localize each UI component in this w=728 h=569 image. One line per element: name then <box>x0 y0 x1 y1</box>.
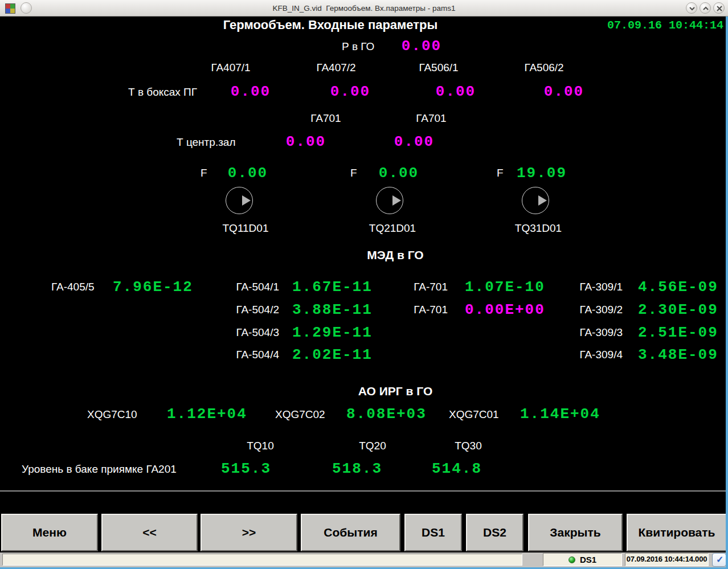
app-icon <box>5 3 15 14</box>
med-ga405-label: ГА-405/5 <box>51 281 95 293</box>
pump-symbol-tq11d01[interactable] <box>226 187 253 214</box>
thall-header-1: ГА701 <box>292 112 360 125</box>
ds1-button[interactable]: DS1 <box>404 514 462 551</box>
thall-header-2: ГА701 <box>397 112 465 125</box>
window-edge-right <box>726 17 728 567</box>
ds1-status-indicator: DS1 <box>543 553 622 566</box>
chevron-up-icon <box>702 5 709 12</box>
med-ga309-label-1: ГА-309/1 <box>572 281 623 293</box>
check-button[interactable]: ✓ <box>712 553 726 567</box>
med-ga309-value-2: 2.30E-09 <box>638 301 718 318</box>
status-timestamp: 07.09.2016 10:44:14.000 <box>625 553 709 566</box>
level-header-3: TQ30 <box>434 440 502 452</box>
pressure-label: Р в ГО <box>342 40 374 53</box>
page-back-button[interactable]: << <box>101 514 198 551</box>
close-icon <box>716 5 723 12</box>
ds2-button[interactable]: DS2 <box>466 514 523 551</box>
close-button[interactable] <box>713 2 725 14</box>
tbox-label: Т в боксах ПГ <box>128 86 197 99</box>
pump-tag-1: TQ11D01 <box>211 222 280 235</box>
pump-arrow-icon <box>538 195 547 206</box>
app-window: KFB_IN_G.vid Гермообъем. Вх.параметры - … <box>0 0 728 569</box>
chevron-down-icon <box>689 5 696 12</box>
level-header-2: TQ20 <box>338 440 407 452</box>
med-ga309-value-1: 4.56E-09 <box>638 279 718 296</box>
page-title: Гермообъем. Входные параметры <box>171 18 490 32</box>
flow-f-label-3: F <box>497 167 504 179</box>
checkmark-icon: ✓ <box>716 555 723 564</box>
pump-symbol-tq21d01[interactable] <box>376 187 403 214</box>
separator-line <box>0 490 726 492</box>
irg-value-2: 8.08E+03 <box>346 406 427 423</box>
window-menu-button[interactable] <box>21 2 32 14</box>
flow-f-label-2: F <box>350 167 357 179</box>
window-title: KFB_IN_G.vid Гермообъем. Вх.параметры - … <box>114 0 614 17</box>
maximize-button[interactable] <box>700 2 711 14</box>
acknowledge-button[interactable]: Квитировать <box>627 514 727 551</box>
med-ga309-value-3: 2.51E-09 <box>638 324 718 341</box>
tbox-header-2: ГА407/2 <box>302 62 370 74</box>
pump-symbol-tq31d01[interactable] <box>522 187 549 214</box>
flow-value-3: 19.09 <box>505 165 579 182</box>
thall-value-2: 0.00 <box>380 133 448 150</box>
tbox-header-4: ГА506/2 <box>510 62 578 74</box>
level-label: Уровень в баке приямке ГА201 <box>22 463 177 476</box>
toolbar: Меню << >> События DS1 DS2 Закрыть Квити… <box>0 513 728 552</box>
level-value-2: 518.3 <box>323 460 391 477</box>
pump-tag-3: TQ31D01 <box>504 222 572 235</box>
thall-label: Т центр.зал <box>177 136 236 149</box>
med-ga701-label-2: ГА-701 <box>410 304 448 316</box>
level-header-1: TQ10 <box>226 440 295 452</box>
med-section-title: МЭД в ГО <box>338 248 452 262</box>
med-ga701-value-2: 0.00E+00 <box>465 301 545 318</box>
irg-label-1: XQG7C10 <box>87 408 137 421</box>
med-ga504-label-2: ГА-504/2 <box>219 304 279 316</box>
thall-value-1: 0.00 <box>272 133 340 150</box>
med-ga504-value-2: 3.88E-11 <box>292 301 373 318</box>
med-ga309-label-4: ГА-309/4 <box>572 349 623 361</box>
flow-value-1: 0.00 <box>214 165 282 182</box>
green-led-icon <box>569 556 575 563</box>
med-ga405-value: 7.96E-12 <box>113 279 193 296</box>
pump-tag-2: TQ21D01 <box>358 222 427 235</box>
minimize-button[interactable] <box>686 2 697 14</box>
pump-arrow-icon <box>392 195 401 206</box>
pressure-value: 0.00 <box>399 38 444 55</box>
page-forward-button[interactable]: >> <box>201 514 297 551</box>
med-ga504-value-1: 1.67E-11 <box>292 279 373 296</box>
med-ga309-label-2: ГА-309/2 <box>572 304 623 316</box>
med-ga701-label-1: ГА-701 <box>410 281 448 293</box>
irg-label-3: XQG7C01 <box>449 408 499 421</box>
statusbar: DS1 07.09.2016 10:44:14.000 ✓ <box>0 552 728 567</box>
titlebar: KFB_IN_G.vid Гермообъем. Вх.параметры - … <box>0 0 728 17</box>
tbox-value-4: 0.00 <box>530 83 598 100</box>
ds1-status-label: DS1 <box>580 555 596 564</box>
med-ga504-label-3: ГА-504/3 <box>219 326 279 339</box>
tbox-header-3: ГА506/1 <box>404 62 473 74</box>
tbox-value-3: 0.00 <box>422 83 490 100</box>
flow-f-label-1: F <box>201 167 207 179</box>
events-button[interactable]: События <box>301 514 400 551</box>
irg-value-3: 1.14E+04 <box>520 406 600 423</box>
tbox-value-2: 0.00 <box>316 83 385 100</box>
med-ga504-label-1: ГА-504/1 <box>219 281 279 293</box>
med-ga504-label-4: ГА-504/4 <box>219 349 279 361</box>
irg-label-2: XQG7C02 <box>275 408 325 421</box>
irg-value-1: 1.12E+04 <box>167 406 247 423</box>
med-ga504-value-3: 1.29E-11 <box>292 324 373 341</box>
med-ga504-value-4: 2.02E-11 <box>292 346 373 363</box>
status-message-field <box>2 554 522 566</box>
menu-button[interactable]: Меню <box>1 514 98 551</box>
flow-value-2: 0.00 <box>365 165 433 182</box>
med-ga309-label-3: ГА-309/3 <box>572 326 623 339</box>
med-ga309-value-4: 3.48E-09 <box>638 346 718 363</box>
header-datetime: 07.09.16 10:44:14 <box>592 19 723 32</box>
tbox-header-1: ГА407/1 <box>197 62 265 74</box>
tbox-value-1: 0.00 <box>216 83 285 100</box>
level-value-1: 515.3 <box>212 460 280 477</box>
pump-arrow-icon <box>242 195 251 206</box>
med-ga701-value-1: 1.07E-10 <box>465 279 545 296</box>
irg-section-title: АО ИРГ в ГО <box>338 384 452 398</box>
close-view-button[interactable]: Закрыть <box>528 514 623 551</box>
level-value-3: 514.8 <box>423 460 491 477</box>
